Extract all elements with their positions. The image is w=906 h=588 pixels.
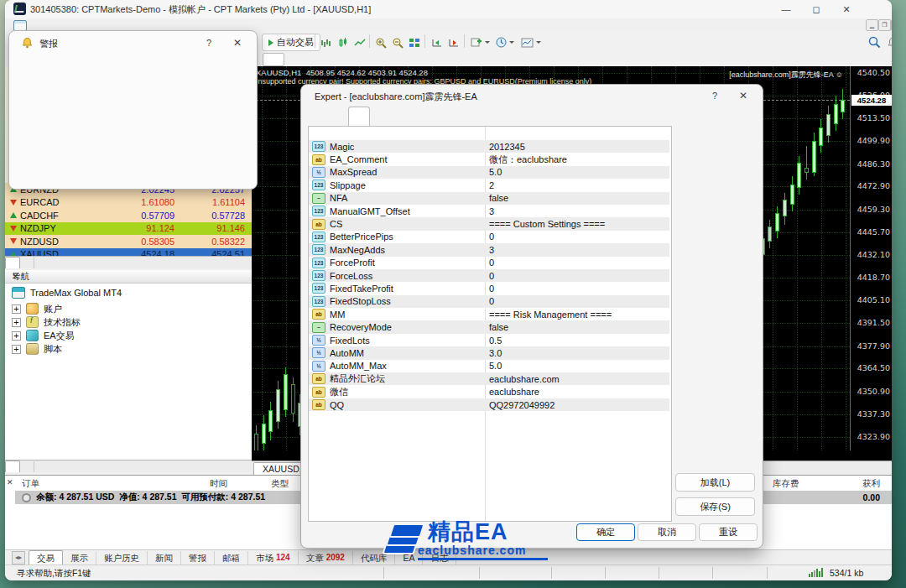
- dialog-close-button[interactable]: ✕: [739, 90, 747, 101]
- param-value[interactable]: QQ2972049992: [489, 400, 555, 410]
- param-value[interactable]: 3.0: [489, 348, 502, 358]
- parameter-row[interactable]: ab 精品外汇论坛 eaclubshare.com: [309, 372, 669, 385]
- expand-icon[interactable]: +: [12, 331, 21, 341]
- terminal-tab[interactable]: 文章 2092: [299, 551, 353, 565]
- zoom-out-icon[interactable]: [389, 34, 406, 51]
- param-value[interactable]: 0: [489, 258, 494, 268]
- chart-shift-icon[interactable]: [429, 34, 445, 51]
- parameters-table[interactable]: 123 Magic 2012345 ab EA_Comment 微信：eaclu…: [308, 126, 672, 522]
- parameter-row[interactable]: ½ FixedLots 0.5: [309, 334, 669, 346]
- navigator-tab[interactable]: [20, 461, 34, 472]
- terminal-tab[interactable]: 新闻: [148, 551, 181, 565]
- parameter-row[interactable]: 123 ManualGMT_Offset 3: [309, 205, 669, 217]
- market-watch-tab[interactable]: [5, 257, 20, 268]
- ok-button[interactable]: 确定: [576, 523, 635, 541]
- close-button[interactable]: ✕: [832, 0, 861, 18]
- param-value[interactable]: eaclubshare: [489, 387, 539, 397]
- dialog-tab[interactable]: [348, 107, 370, 126]
- param-value[interactable]: 0: [489, 271, 494, 281]
- timeframe-button[interactable]: [286, 53, 306, 65]
- parameter-row[interactable]: ab 微信 eaclubshare: [309, 385, 669, 398]
- param-value[interactable]: 0: [489, 232, 494, 242]
- dialog-tab[interactable]: [308, 109, 328, 126]
- navigator-tree-item[interactable]: + 脚本: [12, 342, 252, 356]
- param-value[interactable]: false: [489, 193, 508, 203]
- mdi-close-icon[interactable]: ✕: [891, 19, 892, 31]
- param-value[interactable]: false: [489, 322, 508, 332]
- parameter-row[interactable]: ½ AutoMM 3.0: [309, 346, 669, 359]
- expand-icon[interactable]: +: [12, 318, 21, 327]
- notification-bell-icon[interactable]: 1: [883, 34, 892, 51]
- tile-windows-icon[interactable]: [406, 34, 423, 51]
- terminal-tab[interactable]: 邮箱: [215, 551, 248, 565]
- parameter-row[interactable]: 123 Magic 2012345: [309, 140, 669, 153]
- parameter-row[interactable]: ab MM ==== Risk Management ====: [309, 308, 669, 320]
- template-dropdown-button[interactable]: [518, 34, 544, 51]
- alert-close-button[interactable]: ✕: [233, 37, 242, 49]
- alert-help-button[interactable]: ?: [206, 38, 211, 48]
- alert-window[interactable]: 警报 ? ✕: [8, 30, 258, 190]
- auto-scroll-icon[interactable]: [445, 34, 462, 51]
- param-value[interactable]: eaclubshare.com: [489, 374, 560, 384]
- reset-button[interactable]: 重设: [699, 523, 758, 541]
- terminal-tab[interactable]: 交易: [29, 550, 63, 565]
- terminal-tab[interactable]: 展示: [63, 551, 96, 565]
- param-value[interactable]: 5.0: [489, 361, 502, 371]
- param-value[interactable]: 2012345: [489, 142, 525, 152]
- line-chart-icon[interactable]: [351, 34, 368, 51]
- parameter-row[interactable]: ab QQ QQ2972049992: [309, 398, 669, 411]
- mdi-restore-icon[interactable]: ❐: [878, 19, 891, 31]
- parameter-row[interactable]: 123 ForceProfit 0: [309, 257, 669, 269]
- terminal-tab[interactable]: 警报: [181, 551, 215, 565]
- param-value[interactable]: ==== Custom Settings ====: [489, 219, 605, 229]
- parameter-row[interactable]: 123 FixedTakeProfit 0: [309, 282, 669, 294]
- parameter-row[interactable]: ~ NFA false: [309, 192, 669, 205]
- zoom-in-icon[interactable]: [372, 34, 389, 51]
- parameter-row[interactable]: 123 BetterPricePips 0: [309, 231, 669, 243]
- save-button[interactable]: 保存(S): [675, 497, 755, 516]
- param-value[interactable]: 0: [489, 284, 494, 294]
- load-button[interactable]: 加载(L): [675, 473, 755, 492]
- navigator-tree-item[interactable]: + 账户: [12, 302, 252, 315]
- param-value[interactable]: 微信：eaclubshare: [489, 154, 567, 166]
- parameter-row[interactable]: 123 MaxNegAdds 3: [309, 243, 669, 256]
- param-value[interactable]: 2: [489, 180, 494, 190]
- navigator-tab[interactable]: [5, 461, 20, 472]
- mdi-minimize-icon[interactable]: ▁: [866, 19, 878, 31]
- minimize-button[interactable]: —: [772, 0, 800, 18]
- parameter-row[interactable]: ½ AutoMM_Max 5.0: [309, 360, 669, 372]
- param-value[interactable]: 5.0: [489, 167, 502, 177]
- expand-icon[interactable]: +: [12, 345, 21, 354]
- parameter-row[interactable]: ab EA_Comment 微信：eaclubshare: [309, 153, 669, 165]
- parameter-row[interactable]: 123 Slippage 2: [309, 179, 669, 191]
- panel-scroll-icon[interactable]: ◂▸: [12, 551, 25, 565]
- parameter-row[interactable]: ~ RecoveryMode false: [309, 320, 669, 333]
- navigator-tree-item[interactable]: + EA交易: [12, 329, 252, 342]
- search-icon[interactable]: [866, 34, 883, 51]
- price-scale[interactable]: 4524.28 4540.504526.904513.504499.904486…: [850, 66, 892, 450]
- market-watch-row[interactable]: EURCAD 1.61080 1.61104: [5, 196, 252, 210]
- parameter-row[interactable]: ab CS ==== Custom Settings ====: [309, 217, 669, 230]
- navigator-close-icon[interactable]: ✕: [12, 271, 247, 281]
- expand-icon[interactable]: +: [12, 304, 21, 314]
- cancel-button[interactable]: 取消: [638, 523, 696, 541]
- parameter-row[interactable]: 123 FixedStopLoss 0: [309, 295, 669, 308]
- parameter-row[interactable]: 123 ForceLoss 0: [309, 269, 669, 282]
- dialog-help-button[interactable]: ?: [712, 91, 717, 101]
- param-value[interactable]: 3: [489, 206, 494, 216]
- param-value[interactable]: 3: [489, 245, 494, 255]
- dialog-tab[interactable]: [328, 109, 348, 126]
- market-watch-row[interactable]: CADCHF 0.57709 0.57728: [5, 209, 252, 222]
- timeframe-button[interactable]: [308, 53, 328, 65]
- candlestick-chart-icon[interactable]: [335, 34, 351, 51]
- navigator-root-item[interactable]: TradeMax Global MT4: [12, 287, 122, 299]
- param-value[interactable]: 0: [489, 296, 494, 306]
- navigator-tree-item[interactable]: + 技术指标: [12, 315, 252, 329]
- market-watch-row[interactable]: NZDJPY 91.124 91.146: [5, 222, 252, 236]
- maximize-button[interactable]: ◻: [802, 0, 830, 18]
- param-value[interactable]: ==== Risk Management ====: [489, 310, 612, 320]
- timeframe-button[interactable]: [351, 53, 372, 65]
- bar-chart-icon[interactable]: [318, 34, 335, 51]
- terminal-tab[interactable]: 市场 124: [248, 551, 299, 565]
- timeframe-button[interactable]: [330, 53, 350, 65]
